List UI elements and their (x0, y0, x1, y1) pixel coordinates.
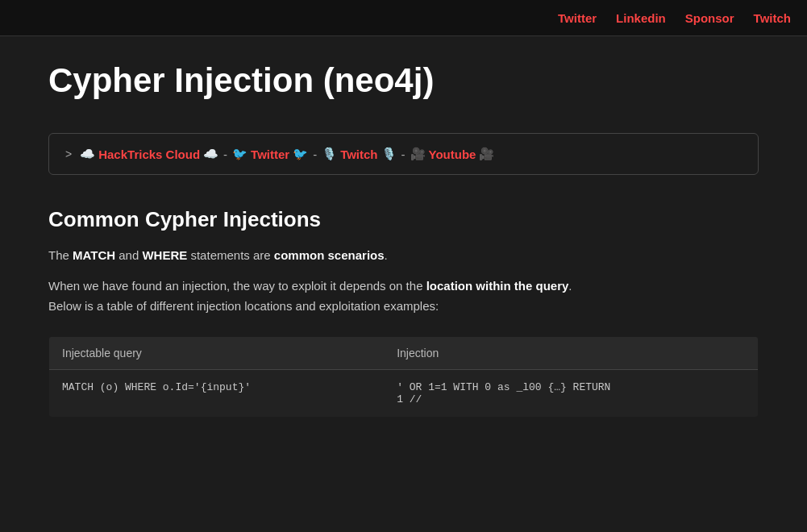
emoji-bird-after: 🐦 (293, 147, 308, 161)
emoji-mic-after: 🎙️ (381, 147, 397, 161)
nav-links: Twitter Linkedin Sponsor Twitch (558, 11, 791, 25)
info-link-twitch[interactable]: Twitch (340, 148, 377, 161)
nav-twitter[interactable]: Twitter (558, 11, 597, 25)
col-header-injection: Injection (384, 336, 758, 369)
bold-common: common scenarios (274, 248, 385, 262)
para2: When we have found an injection, the way… (48, 276, 759, 317)
bold-match: MATCH (73, 248, 115, 262)
nav-linkedin[interactable]: Linkedin (616, 11, 666, 25)
cell-injection-value: ' OR 1=1 WITH 0 as _l00 {…} RETURN 1 // (384, 369, 758, 417)
para1: The MATCH and WHERE statements are commo… (48, 245, 759, 266)
emoji-cam-after: 🎥 (479, 147, 494, 161)
top-nav: Twitter Linkedin Sponsor Twitch (0, 0, 807, 36)
table-row: MATCH (o) WHERE o.Id='{input}' ' OR 1=1 … (49, 369, 759, 417)
bold-location: location within the query (426, 279, 569, 293)
chevron-icon[interactable]: > (65, 148, 72, 160)
nav-twitch[interactable]: Twitch (754, 11, 791, 25)
info-link-twitter[interactable]: Twitter (251, 148, 289, 161)
injection-table: Injectable query Injection MATCH (o) WHE… (48, 336, 759, 418)
nav-sponsor[interactable]: Sponsor (685, 11, 734, 25)
info-link-hacktricks[interactable]: HackTricks Cloud (98, 148, 200, 161)
main-content: Cypher Injection (neo4j) > ☁️ HackTricks… (0, 36, 807, 450)
info-box: > ☁️ HackTricks Cloud ☁️ - 🐦 Twitter 🐦 -… (48, 133, 759, 175)
emoji-cloud-after: ☁️ (203, 147, 218, 161)
sep1: - (223, 148, 227, 161)
info-box-links: ☁️ HackTricks Cloud ☁️ - 🐦 Twitter 🐦 - 🎙… (80, 147, 494, 161)
sep2: - (313, 148, 317, 161)
bold-where: WHERE (142, 248, 187, 262)
info-link-youtube[interactable]: Youtube (429, 148, 476, 161)
section-heading: Common Cypher Injections (48, 207, 759, 232)
emoji-mic-before: 🎙️ (322, 147, 337, 161)
emoji-cloud-before: ☁️ (80, 147, 95, 161)
col-header-injectable: Injectable query (49, 336, 385, 369)
cell-injectable-query: MATCH (o) WHERE o.Id='{input}' (49, 369, 385, 417)
emoji-bird-before: 🐦 (232, 147, 248, 161)
emoji-cam-before: 🎥 (410, 147, 426, 161)
page-title: Cypher Injection (neo4j) (48, 60, 759, 101)
sep3: - (401, 148, 406, 161)
